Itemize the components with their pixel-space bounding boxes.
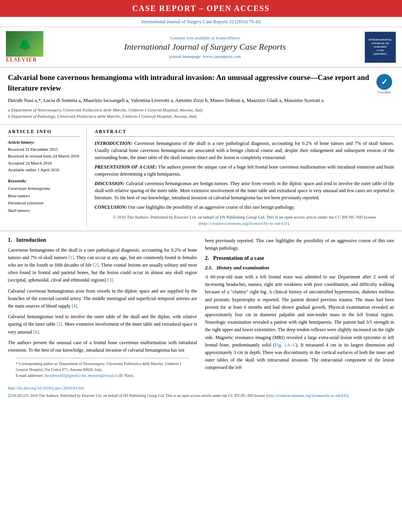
- available-date: Available online 1 April 2016: [8, 167, 80, 174]
- journal-logo-left: ELSEVIER: [6, 31, 49, 63]
- content-left: 1. Introduction Cavernous hemangioma of …: [8, 237, 197, 378]
- fig1-link[interactable]: Fig. 1A–C: [275, 342, 296, 348]
- section21-number: 2.1.: [205, 265, 213, 271]
- footnote-area: * Corresponding author at: Department of…: [16, 358, 189, 378]
- license-link[interactable]: http://creativecommons.org/licenses/by-n…: [200, 221, 288, 226]
- footnote-text: * Corresponding author at: Department of…: [16, 361, 189, 378]
- section21-title: 2.1. History and examination: [205, 265, 394, 271]
- history-label: Article history:: [8, 140, 80, 145]
- discussion-label: DISCUSSION:: [95, 181, 125, 186]
- intro-label: INTRODUCTION:: [95, 141, 132, 146]
- footer-license-suffix: ).: [347, 393, 349, 398]
- footer-doi: http://dx.doi.org/10.1016/j.ijscr.2016.0…: [8, 385, 394, 391]
- article-title-text: Calvarial bone cavernous hemangioma with…: [8, 72, 370, 120]
- article-title-area: Calvarial bone cavernous hemangioma with…: [8, 72, 394, 120]
- journal-title: International Journal of Surgery Case Re…: [49, 42, 361, 52]
- ref-2[interactable]: [2]: [93, 262, 99, 268]
- elsevier-tree-icon: [6, 31, 43, 57]
- abstract-license: © 2016 The Authors. Published by Elsevie…: [95, 214, 394, 227]
- keyword-2: Bone tumors: [8, 192, 80, 200]
- section1-para3: Calvarial hemangiomas tend to involve th…: [8, 313, 197, 336]
- discussion-text: Calvarial cavernous hemangiomas are beni…: [95, 181, 394, 200]
- abstract-title: ABSTRACT: [95, 129, 394, 137]
- crossmark-logo: ✓ CrossMark: [374, 72, 394, 94]
- section1-label: Introduction: [16, 237, 46, 243]
- email-link-1[interactable]: davidenasi83@gmail.com: [45, 373, 86, 378]
- section21-label: History and examination: [216, 265, 269, 271]
- conclusion-text: Our case highlights the possibility of a…: [128, 204, 295, 210]
- article-info-title: ARTICLE INFO: [8, 129, 80, 137]
- article-title: Calvarial bone cavernous hemangioma with…: [8, 72, 370, 93]
- section2-number: 2.: [205, 255, 209, 261]
- abstract-intro: INTRODUCTION: Cavernous hemangioma of th…: [95, 140, 394, 161]
- footer-license-link[interactable]: http://creativecommons.org/licenses/by-n…: [268, 393, 347, 398]
- section21-paragraph: A 60-year-old man with a left frontal ma…: [205, 273, 394, 371]
- article-info: ARTICLE INFO Article history: Received 3…: [8, 129, 87, 227]
- ref-4[interactable]: [4]: [72, 303, 77, 309]
- abstract-section: ABSTRACT INTRODUCTION: Cavernous hemangi…: [95, 129, 394, 227]
- abstract-conclusion: CONCLUSION: Our case highlights the poss…: [95, 204, 394, 211]
- keyword-1: Cavernous hemangioma: [8, 185, 80, 192]
- journal-center: Contents lists available at ScienceDirec…: [49, 35, 361, 59]
- ref-6[interactable]: [6]: [34, 329, 39, 335]
- received-date: Received 31 December 2015: [8, 146, 80, 153]
- content-right: been previously reported. This case high…: [205, 237, 394, 378]
- crossmark-label: CrossMark: [377, 91, 391, 94]
- section1-number: 1.: [8, 237, 12, 243]
- abstract-presentation: PRESENTATION OF A CASE: The authors pres…: [95, 163, 394, 178]
- ref-1[interactable]: [1]: [68, 255, 74, 260]
- abstract-discussion: DISCUSSION: Calvarial cavernous hemangio…: [95, 180, 394, 201]
- presentation-label: PRESENTATION OF A CASE:: [95, 164, 157, 170]
- conclusion-label: CONCLUSION:: [95, 204, 127, 210]
- contents-line: Contents lists available at ScienceDirec…: [49, 35, 361, 40]
- section1-right-para: been previously reported. This case high…: [205, 237, 394, 252]
- main-content: 1. Introduction Cavernous hemangioma of …: [0, 231, 402, 382]
- footer-doi-link[interactable]: http://dx.doi.org/10.1016/j.ijscr.2016.0…: [8, 386, 85, 390]
- footer-license: 2210-2612/© 2016 The Authors. Published …: [8, 393, 394, 399]
- science-direct-link[interactable]: ScienceDirect: [216, 35, 240, 40]
- ref-3[interactable]: [3]: [108, 277, 113, 283]
- section1-title: 1. Introduction: [8, 237, 197, 243]
- doi-bar: International Journal of Surgery Case Re…: [0, 17, 402, 27]
- homepage-line: journal homepage: www.casereports.com: [49, 54, 361, 59]
- keywords-label: Keywords:: [8, 178, 80, 183]
- license-text-suffix: ).: [287, 221, 290, 226]
- affiliation-a: a Department of Neurosurgery, Università…: [8, 107, 370, 113]
- article-authors: Davide Nasi a,*, Lucia di Somma a, Mauri…: [8, 96, 370, 104]
- article-title-section: Calvarial bone cavernous hemangioma with…: [0, 68, 402, 125]
- section1-para2: Calvarial cavernous hemangiomas arise fr…: [8, 287, 197, 310]
- affiliation-b: b Department of Pathology, Università Po…: [8, 113, 370, 120]
- footer-license-text: 2210-2612/© 2016 The Authors. Published …: [8, 393, 268, 398]
- section1-para1: Cavernous hemangioma of the skull is a r…: [8, 247, 197, 284]
- email-link-2[interactable]: neurotra@riscali.it: [88, 373, 117, 378]
- homepage-label: journal homepage:: [169, 54, 201, 59]
- ijscr-logo: INTERNATIONALJOURNAL OFSURGERYCASEREPORT…: [365, 32, 396, 63]
- crossmark-icon: ✓: [376, 74, 392, 90]
- contents-label: Contents lists available at: [170, 35, 214, 40]
- article-body: ARTICLE INFO Article history: Received 3…: [0, 125, 402, 231]
- homepage-link[interactable]: www.casereports.com: [203, 54, 241, 59]
- keyword-4: Skull tumors: [8, 207, 80, 214]
- keyword-3: Intradural extension: [8, 199, 80, 207]
- section2-title: 2. Presentation of a case: [205, 255, 394, 261]
- keywords-list: Cavernous hemangioma Bone tumors Intradu…: [8, 185, 80, 214]
- ref-5[interactable]: [5]: [57, 321, 62, 327]
- journal-header: ELSEVIER Contents lists available at Sci…: [0, 27, 402, 68]
- section1-para4: The authors present the unusual case of …: [8, 339, 197, 354]
- accepted-date: Accepted 24 March 2016: [8, 160, 80, 167]
- journal-logo-right: INTERNATIONALJOURNAL OFSURGERYCASEREPORT…: [361, 32, 396, 63]
- intro-text: Cavernous hemangioma of the skull is a r…: [95, 141, 394, 160]
- received-revised-date: Received in revised form 24 March 2016: [8, 153, 80, 160]
- section2-label: Presentation of a case: [213, 255, 264, 261]
- case-report-banner: CASE REPORT – OPEN ACCESS: [0, 0, 402, 17]
- elsevier-label: ELSEVIER: [6, 57, 49, 63]
